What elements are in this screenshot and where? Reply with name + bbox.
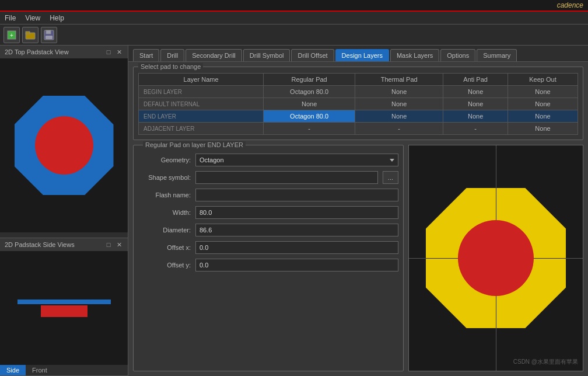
side-view-shapes bbox=[18, 300, 111, 317]
row2-anti[interactable]: None bbox=[443, 98, 508, 110]
row4-layer: ADJACENT LAYER bbox=[139, 123, 264, 135]
open-button[interactable] bbox=[22, 27, 38, 43]
row2-layer: DEFAULT INTERNAL bbox=[139, 98, 264, 110]
row2-thermal[interactable]: None bbox=[355, 98, 443, 110]
shape-symbol-ellipsis-button[interactable]: ... bbox=[383, 171, 398, 184]
left-panel: 2D Top Padstack View □ ✕ 2D Padstack Sid… bbox=[0, 46, 128, 376]
reg-pad-form: Regular Pad on layer END LAYER Geometry:… bbox=[133, 145, 404, 371]
row2-keepout[interactable]: None bbox=[508, 98, 578, 110]
top-padstack-title: 2D Top Padstack View bbox=[5, 48, 69, 55]
geometry-dropdown[interactable]: Octagon bbox=[195, 154, 398, 166]
row1-thermal[interactable]: None bbox=[355, 86, 443, 98]
reg-pad-section-label: Regular Pad on layer END LAYER bbox=[143, 141, 246, 148]
menu-file[interactable]: File bbox=[5, 14, 16, 22]
geometry-label: Geometry: bbox=[138, 156, 191, 163]
width-label: Width: bbox=[138, 209, 191, 216]
table-row[interactable]: DEFAULT INTERNAL None None None None bbox=[139, 98, 578, 110]
geometry-row: Geometry: Octagon bbox=[138, 154, 398, 166]
diameter-row: Diameter: bbox=[138, 224, 398, 236]
offset-x-row: Offset x: bbox=[138, 241, 398, 254]
width-input[interactable] bbox=[195, 206, 398, 219]
brand-label: cadence bbox=[557, 1, 583, 9]
select-pad-section: Select pad to change Layer Name Regular … bbox=[133, 67, 583, 140]
top-padstack-close-icon[interactable]: ✕ bbox=[115, 48, 123, 56]
side-padstack-canvas bbox=[0, 251, 128, 365]
row3-regular[interactable]: Octagon 80.0 bbox=[264, 110, 355, 123]
row4-keepout[interactable]: None bbox=[508, 123, 578, 135]
side-padstack-restore-icon[interactable]: □ bbox=[104, 241, 113, 249]
flash-name-label: Flash name: bbox=[138, 192, 191, 199]
bottom-tabs: Side Front bbox=[0, 365, 128, 375]
chevron-down-icon bbox=[390, 159, 394, 162]
row3-layer: END LAYER bbox=[139, 110, 264, 123]
save-button[interactable] bbox=[41, 27, 57, 43]
tab-side[interactable]: Side bbox=[0, 365, 26, 375]
shape-symbol-input[interactable] bbox=[195, 171, 378, 184]
row1-keepout[interactable]: None bbox=[508, 86, 578, 98]
table-row[interactable]: BEGIN LAYER Octagon 80.0 None None None bbox=[139, 86, 578, 98]
width-row: Width: bbox=[138, 206, 398, 219]
tab-drill-offset[interactable]: Drill Offset bbox=[291, 49, 334, 61]
table-row[interactable]: ADJACENT LAYER - - - None bbox=[139, 123, 578, 135]
top-padstack-section: 2D Top Padstack View □ ✕ bbox=[0, 46, 128, 238]
tab-summary[interactable]: Summary bbox=[477, 49, 517, 61]
side-padstack-close-icon[interactable]: ✕ bbox=[115, 241, 123, 249]
preview-octagon-shape bbox=[426, 188, 566, 328]
tab-mask-layers[interactable]: Mask Layers bbox=[390, 49, 439, 61]
offset-x-input[interactable] bbox=[195, 241, 398, 254]
row2-regular[interactable]: None bbox=[264, 98, 355, 110]
side-padstack-section: 2D Padstack Side Views □ ✕ Side Front bbox=[0, 238, 128, 376]
tab-drill[interactable]: Drill bbox=[160, 49, 184, 61]
offset-y-row: Offset y: bbox=[138, 259, 398, 271]
geometry-select-wrapper: Octagon bbox=[195, 154, 398, 166]
side-blue-line bbox=[18, 300, 111, 304]
pad-table: Layer Name Regular Pad Thermal Pad Anti … bbox=[138, 73, 578, 135]
table-row[interactable]: END LAYER Octagon 80.0 None None None bbox=[139, 110, 578, 123]
shape-symbol-row: Shape symbol: ... bbox=[138, 171, 398, 184]
row1-anti[interactable]: None bbox=[443, 86, 508, 98]
preview-area: CSDN @水果里面有苹果 bbox=[408, 145, 583, 371]
tab-options[interactable]: Options bbox=[440, 49, 475, 61]
tab-front[interactable]: Front bbox=[26, 365, 54, 375]
geometry-value: Octagon bbox=[200, 156, 224, 163]
row4-regular[interactable]: - bbox=[264, 123, 355, 135]
row1-layer: BEGIN LAYER bbox=[139, 86, 264, 98]
row1-regular[interactable]: Octagon 80.0 bbox=[264, 86, 355, 98]
top-padstack-canvas bbox=[0, 58, 128, 232]
row3-anti[interactable]: None bbox=[443, 110, 508, 123]
menu-view[interactable]: View bbox=[25, 14, 40, 22]
flash-name-row: Flash name: bbox=[138, 189, 398, 201]
side-padstack-header: 2D Padstack Side Views □ ✕ bbox=[0, 238, 128, 251]
tab-design-layers[interactable]: Design Layers bbox=[335, 49, 389, 61]
tabs-row: Start Drill Secondary Drill Drill Symbol… bbox=[128, 46, 588, 62]
svg-rect-5 bbox=[46, 30, 51, 34]
diameter-input[interactable] bbox=[195, 224, 398, 236]
side-padstack-title: 2D Padstack Side Views bbox=[5, 241, 75, 248]
col-thermal-pad: Thermal Pad bbox=[355, 74, 443, 86]
top-circle-shape bbox=[35, 116, 93, 175]
select-pad-inner: Layer Name Regular Pad Thermal Pad Anti … bbox=[134, 73, 583, 140]
row4-anti[interactable]: - bbox=[443, 123, 508, 135]
offset-y-label: Offset y: bbox=[138, 262, 191, 269]
title-bar: cadence bbox=[0, 0, 588, 12]
top-padstack-header: 2D Top Padstack View □ ✕ bbox=[0, 46, 128, 58]
watermark-label: CSDN @水果里面有苹果 bbox=[513, 358, 578, 366]
row3-thermal[interactable]: None bbox=[355, 110, 443, 123]
row4-thermal[interactable]: - bbox=[355, 123, 443, 135]
flash-name-input[interactable] bbox=[195, 189, 398, 201]
top-padstack-icons: □ ✕ bbox=[104, 48, 123, 56]
tab-start[interactable]: Start bbox=[133, 49, 159, 61]
right-panel: Start Drill Secondary Drill Drill Symbol… bbox=[128, 46, 588, 376]
row3-keepout[interactable]: None bbox=[508, 110, 578, 123]
offset-x-label: Offset x: bbox=[138, 244, 191, 251]
select-pad-label: Select pad to change bbox=[138, 63, 203, 70]
offset-y-input[interactable] bbox=[195, 259, 398, 271]
svg-rect-6 bbox=[46, 36, 52, 39]
main-layout: 2D Top Padstack View □ ✕ 2D Padstack Sid… bbox=[0, 46, 588, 376]
new-button[interactable]: + bbox=[4, 27, 20, 43]
tab-drill-symbol[interactable]: Drill Symbol bbox=[243, 49, 290, 61]
top-padstack-restore-icon[interactable]: □ bbox=[104, 48, 113, 56]
tab-secondary-drill[interactable]: Secondary Drill bbox=[186, 49, 242, 61]
menu-help[interactable]: Help bbox=[50, 14, 64, 22]
svg-rect-3 bbox=[26, 32, 30, 34]
